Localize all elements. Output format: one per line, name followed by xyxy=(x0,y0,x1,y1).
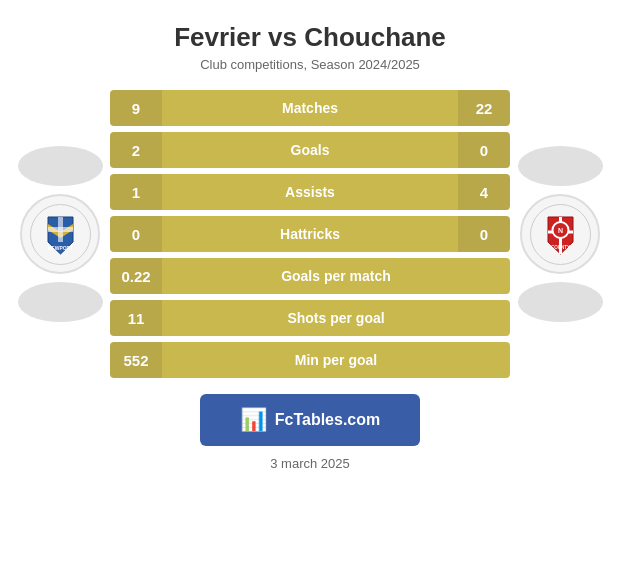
stat-right-val-2: 4 xyxy=(458,174,510,210)
stat-right-val-0: 22 xyxy=(458,90,510,126)
team-logo-right: N COUNTY xyxy=(510,146,610,322)
logo-circle-left: NEWPORT xyxy=(20,194,100,274)
stats-container: 9Matches222Goals01Assists40Hattricks00.2… xyxy=(110,90,510,378)
stat-left-val-2: 1 xyxy=(110,174,162,210)
right-crest-svg: N COUNTY xyxy=(528,202,593,267)
stat-right-val-3: 0 xyxy=(458,216,510,252)
stat-label-5: Shots per goal xyxy=(287,310,384,326)
stat-label-3: Hattricks xyxy=(280,226,340,242)
svg-rect-2 xyxy=(48,227,73,232)
stat-bar-1: Goals xyxy=(162,132,458,168)
stat-right-val-1: 0 xyxy=(458,132,510,168)
fctables-icon: 📊 xyxy=(240,407,267,433)
stat-left-val-0: 9 xyxy=(110,90,162,126)
right-blob-top xyxy=(518,146,603,186)
fctables-banner: 📊 FcTables.com xyxy=(200,394,420,446)
stat-label-2: Assists xyxy=(285,184,335,200)
main-section: NEWPORT 9Matches222Goals01Assists40Hattr… xyxy=(0,90,620,378)
fctables-text: FcTables.com xyxy=(275,411,381,429)
stat-bar-2: Assists xyxy=(162,174,458,210)
svg-text:NEWPORT: NEWPORT xyxy=(47,245,73,251)
svg-text:N: N xyxy=(557,227,562,234)
stat-row-5: 11Shots per goal xyxy=(110,300,510,336)
stat-row-2: 1Assists4 xyxy=(110,174,510,210)
stat-label-4: Goals per match xyxy=(281,268,391,284)
stat-bar-3: Hattricks xyxy=(162,216,458,252)
stat-row-6: 552Min per goal xyxy=(110,342,510,378)
stat-row-4: 0.22Goals per match xyxy=(110,258,510,294)
stat-label-6: Min per goal xyxy=(295,352,377,368)
stat-bar-0: Matches xyxy=(162,90,458,126)
stat-left-val-4: 0.22 xyxy=(110,258,162,294)
left-blob-bottom xyxy=(18,282,103,322)
svg-text:COUNTY: COUNTY xyxy=(551,245,570,250)
left-crest-svg: NEWPORT xyxy=(28,202,93,267)
date-footer: 3 march 2025 xyxy=(270,456,350,471)
right-blob-bottom xyxy=(518,282,603,322)
stat-left-val-1: 2 xyxy=(110,132,162,168)
logo-circle-right: N COUNTY xyxy=(520,194,600,274)
stat-row-1: 2Goals0 xyxy=(110,132,510,168)
stat-left-val-3: 0 xyxy=(110,216,162,252)
left-blob-top xyxy=(18,146,103,186)
stat-left-val-5: 11 xyxy=(110,300,162,336)
team-logo-left: NEWPORT xyxy=(10,146,110,322)
stat-row-0: 9Matches22 xyxy=(110,90,510,126)
subtitle: Club competitions, Season 2024/2025 xyxy=(200,57,420,72)
stat-left-val-6: 552 xyxy=(110,342,162,378)
stat-bar-5: Shots per goal xyxy=(162,300,510,336)
page-title: Fevrier vs Chouchane xyxy=(174,22,446,53)
stat-label-0: Matches xyxy=(282,100,338,116)
stat-bar-6: Min per goal xyxy=(162,342,510,378)
stat-bar-4: Goals per match xyxy=(162,258,510,294)
stat-label-1: Goals xyxy=(291,142,330,158)
stat-row-3: 0Hattricks0 xyxy=(110,216,510,252)
